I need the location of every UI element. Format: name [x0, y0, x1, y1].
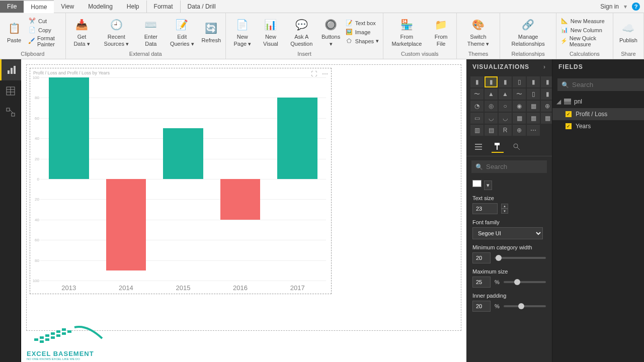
report-canvas[interactable]: Profit / Loss and Profit / Loss by Years…: [26, 64, 461, 331]
ask-question-button[interactable]: 💬Ask A Question: [286, 16, 316, 48]
inner-padding-input[interactable]: [472, 301, 491, 312]
tab-format[interactable]: Format: [146, 1, 181, 13]
edit-queries-button[interactable]: 📝Edit Queries ▾: [167, 16, 197, 48]
viz-type-27[interactable]: ⊕: [513, 125, 526, 136]
max-size-slider[interactable]: [504, 281, 546, 283]
recent-sources-button[interactable]: 🕘Recent Sources ▾: [98, 16, 135, 48]
viz-type-28[interactable]: ⋯: [527, 125, 540, 136]
chevron-down-icon[interactable]: ▾: [624, 3, 627, 10]
viz-type-22[interactable]: ▦: [527, 113, 540, 124]
max-size-input[interactable]: [472, 277, 491, 288]
copy-button[interactable]: 📄Copy: [28, 26, 61, 34]
viz-type-20[interactable]: ◡: [499, 113, 512, 124]
format-tab[interactable]: [492, 141, 504, 153]
text-size-up[interactable]: ▲: [501, 204, 508, 209]
viz-type-9[interactable]: 〜: [513, 88, 526, 100]
viz-type-14[interactable]: ○: [499, 101, 512, 112]
new-quick-measure-button[interactable]: ⚡New Quick Measure: [560, 35, 609, 47]
rail-model-view[interactable]: [0, 102, 21, 123]
from-marketplace-button[interactable]: 🏪From Marketplace: [387, 16, 426, 48]
rail-data-view[interactable]: [0, 80, 21, 102]
buttons-button[interactable]: 🔘Buttons ▾: [320, 16, 341, 48]
text-size-input[interactable]: [472, 203, 498, 214]
rail-report-view[interactable]: [0, 59, 21, 80]
font-family-select[interactable]: Segoe UI: [472, 227, 543, 239]
color-swatch[interactable]: [472, 180, 481, 187]
analytics-tab[interactable]: [511, 141, 523, 153]
min-cat-width-input[interactable]: [472, 252, 491, 263]
new-visual-button[interactable]: 📊New Visual: [259, 16, 282, 48]
image-button[interactable]: 🖼️Image: [345, 28, 379, 36]
field-item-0[interactable]: ✓Profit / Loss: [552, 108, 644, 120]
viz-type-19[interactable]: ◡: [485, 113, 498, 124]
tab-home[interactable]: Home: [24, 0, 54, 13]
focus-mode-icon[interactable]: ⛶: [311, 70, 317, 77]
chart-bar-2016[interactable]: [220, 179, 261, 220]
color-dropdown[interactable]: ▾: [484, 180, 492, 190]
from-file-button[interactable]: 📁From File: [430, 16, 452, 48]
viz-type-6[interactable]: 〜: [470, 88, 484, 100]
tab-help[interactable]: Help: [120, 1, 146, 13]
fields-search[interactable]: 🔍: [557, 78, 644, 91]
fields-panel-header[interactable]: FIELDS›: [552, 59, 644, 74]
viz-type-8[interactable]: ▲: [499, 88, 512, 100]
get-data-button[interactable]: 📥Get Data ▾: [70, 16, 94, 48]
manage-relationships-button[interactable]: 🔗Manage Relationships: [504, 16, 551, 48]
cut-button[interactable]: ✂️Cut: [28, 17, 61, 25]
viz-type-13[interactable]: ◎: [485, 101, 498, 112]
viz-type-26[interactable]: R: [499, 125, 512, 136]
fields-tab[interactable]: [472, 141, 485, 153]
fields-search-input[interactable]: [572, 81, 644, 88]
viz-type-24[interactable]: ▥: [470, 125, 484, 136]
viz-type-12[interactable]: ◔: [470, 101, 484, 112]
chart-bar-2013[interactable]: [49, 77, 89, 179]
format-search[interactable]: 🔍: [471, 160, 547, 173]
checkbox-icon[interactable]: ✓: [566, 111, 572, 117]
tab-data-drill[interactable]: Data / Drill: [181, 1, 223, 13]
chart-bar-2014[interactable]: [106, 179, 146, 270]
viz-type-7[interactable]: ▲: [485, 88, 498, 100]
refresh-button[interactable]: 🔄Refresh: [201, 19, 221, 45]
viz-type-18[interactable]: ▭: [470, 113, 484, 124]
viz-type-1[interactable]: ▮: [485, 76, 498, 87]
more-options-icon[interactable]: ⋯: [322, 70, 328, 77]
tab-view[interactable]: View: [54, 1, 81, 13]
switch-theme-button[interactable]: 🎨Switch Theme ▾: [461, 16, 496, 48]
inner-padding-slider[interactable]: [504, 305, 546, 307]
text-size-label: Text size: [472, 195, 546, 201]
tab-file[interactable]: File: [0, 1, 24, 13]
help-icon[interactable]: ?: [632, 3, 640, 11]
viz-type-16[interactable]: ▦: [527, 101, 540, 112]
viz-type-3[interactable]: ▯: [513, 76, 526, 87]
new-column-button[interactable]: 📊New Column: [560, 26, 609, 34]
enter-data-button[interactable]: ⌨️Enter Data: [139, 16, 163, 48]
viz-panel-header[interactable]: VISUALIZATIONS›: [466, 59, 552, 74]
publish-icon: ☁️: [620, 20, 636, 36]
format-painter-button[interactable]: 🖌️Format Painter: [28, 35, 61, 47]
viz-type-21[interactable]: ▦: [513, 113, 526, 124]
group-relationships: Relationships: [504, 50, 551, 58]
fields-table-header[interactable]: ◢ pnl: [552, 95, 644, 108]
new-page-button[interactable]: 📄New Page ▾: [230, 16, 255, 48]
viz-type-2[interactable]: ▮: [499, 76, 512, 87]
chart-bar-2015[interactable]: [163, 128, 203, 179]
text-box-button[interactable]: 📝Text box: [345, 19, 379, 27]
sign-in-link[interactable]: Sign in: [600, 3, 619, 10]
tab-modeling[interactable]: Modeling: [81, 1, 120, 13]
viz-type-4[interactable]: ▮: [527, 76, 540, 87]
chart-visual[interactable]: Profit / Loss and Profit / Loss by Years…: [30, 68, 332, 294]
new-measure-button[interactable]: 📐New Measure: [560, 17, 609, 25]
viz-type-25[interactable]: ▤: [485, 125, 498, 136]
paste-button[interactable]: 📋 Paste: [4, 19, 24, 45]
max-size-suffix: %: [495, 279, 500, 285]
shapes-button[interactable]: ⬠Shapes ▾: [345, 37, 379, 45]
viz-type-15[interactable]: ◉: [513, 101, 526, 112]
viz-type-10[interactable]: ▯: [527, 88, 540, 100]
text-size-down[interactable]: ▼: [501, 209, 508, 214]
viz-type-0[interactable]: ▮: [470, 76, 484, 87]
min-cat-width-slider[interactable]: [495, 257, 546, 259]
publish-button[interactable]: ☁️Publish: [617, 19, 639, 45]
field-item-1[interactable]: ✓Years: [552, 120, 644, 132]
checkbox-icon[interactable]: ✓: [566, 123, 572, 129]
chart-bar-2017[interactable]: [277, 98, 317, 179]
